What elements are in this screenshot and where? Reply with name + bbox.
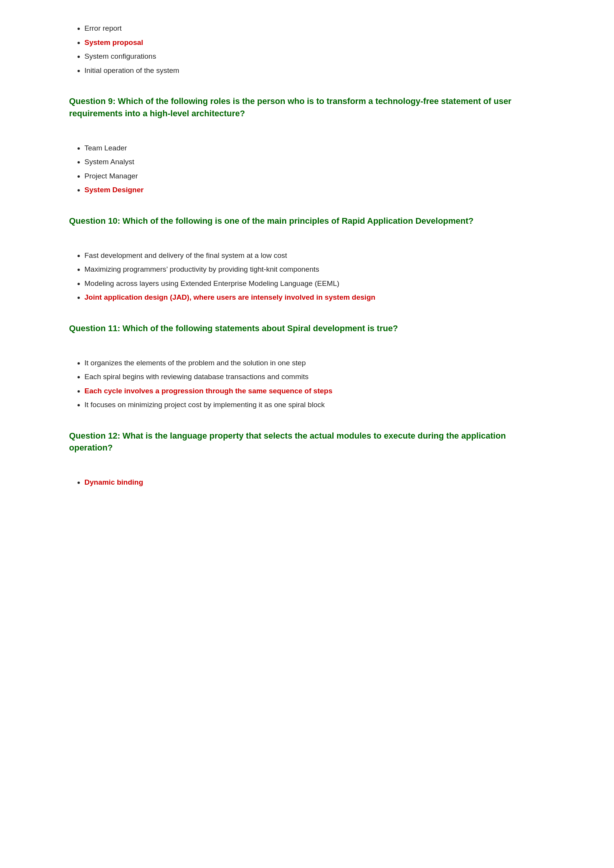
answer-item-q10-1: Maximizing programmers’ productivity by … (84, 264, 545, 275)
intro-bullet-item: Initial operation of the system (84, 65, 545, 76)
answer-item-q12-0: Dynamic binding (84, 477, 545, 488)
answer-item-q10-0: Fast development and delivery of the fin… (84, 250, 545, 261)
questions-container: Question 9: Which of the following roles… (69, 95, 545, 488)
question-title-q10: Question 10: Which of the following is o… (69, 215, 545, 227)
question-section-q10: Question 10: Which of the following is o… (69, 215, 545, 303)
answer-item-q11-1: Each spiral begins with reviewing databa… (84, 371, 545, 383)
question-title-q12: Question 12: What is the language proper… (69, 430, 545, 454)
intro-bullet-list: Error reportSystem proposalSystem config… (69, 23, 545, 76)
question-title-q9: Question 9: Which of the following roles… (69, 95, 545, 120)
answer-item-q11-0: It organizes the elements of the problem… (84, 358, 545, 369)
highlight-answer: System Designer (84, 186, 144, 194)
highlight-answer: Dynamic binding (84, 478, 143, 486)
question-section-q12: Question 12: What is the language proper… (69, 430, 545, 488)
answer-item-q11-3: It focuses on minimizing project cost by… (84, 399, 545, 411)
question-section-q11: Question 11: Which of the following stat… (69, 322, 545, 411)
answer-item-q9-3: System Designer (84, 185, 545, 196)
highlight-answer: Joint application design (JAD), where us… (84, 293, 375, 301)
intro-bullet-item: System configurations (84, 51, 545, 62)
intro-section: Error reportSystem proposalSystem config… (69, 23, 545, 76)
answer-item-q10-2: Modeling across layers using Extended En… (84, 278, 545, 289)
answer-list-q11: It organizes the elements of the problem… (69, 358, 545, 411)
answer-list-q12: Dynamic binding (69, 477, 545, 488)
answer-list-q10: Fast development and delivery of the fin… (69, 250, 545, 303)
answer-item-q10-3: Joint application design (JAD), where us… (84, 292, 545, 303)
answer-item-q9-1: System Analyst (84, 157, 545, 168)
intro-bullet-item: Error report (84, 23, 545, 34)
question-section-q9: Question 9: Which of the following roles… (69, 95, 545, 196)
question-title-q11: Question 11: Which of the following stat… (69, 322, 545, 335)
answer-item-q9-2: Project Manager (84, 171, 545, 182)
highlight-answer: System proposal (84, 38, 143, 46)
intro-bullet-item: System proposal (84, 37, 545, 48)
answer-item-q9-0: Team Leader (84, 143, 545, 154)
answer-list-q9: Team LeaderSystem AnalystProject Manager… (69, 143, 545, 196)
answer-item-q11-2: Each cycle involves a progression throug… (84, 386, 545, 397)
highlight-answer: Each cycle involves a progression throug… (84, 387, 332, 395)
